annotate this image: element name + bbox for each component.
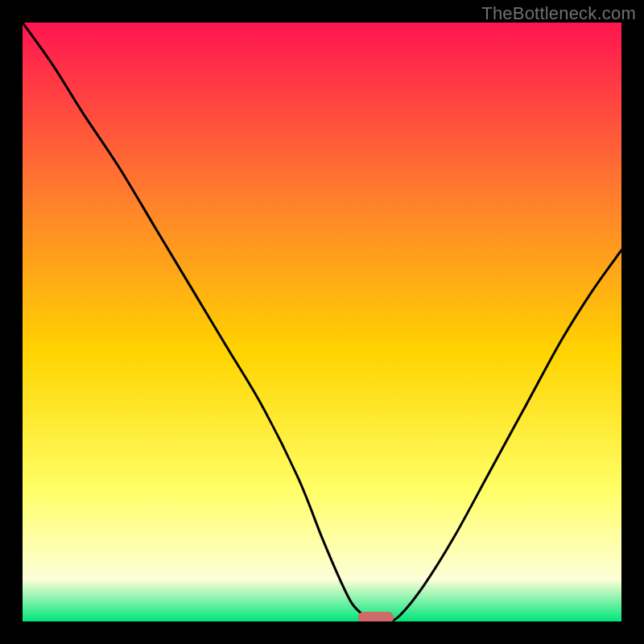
watermark-text: TheBottleneck.com — [481, 3, 636, 24]
optimal-marker — [358, 612, 394, 621]
chart-frame: TheBottleneck.com — [0, 0, 644, 644]
plot-area — [23, 23, 621, 621]
gradient-background — [23, 23, 621, 621]
chart-svg — [23, 23, 621, 621]
